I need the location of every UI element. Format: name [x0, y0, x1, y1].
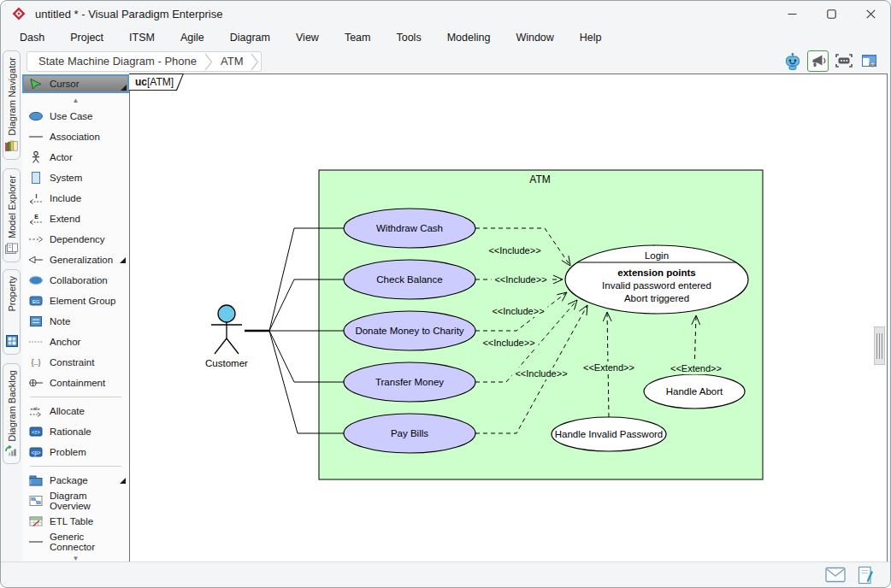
menu-help[interactable]: Help	[576, 30, 605, 45]
dependency-icon	[28, 232, 44, 246]
diagram-text: Handle Invalid Password	[555, 429, 664, 439]
palette-item-allocate[interactable]: «al»Allocate	[22, 401, 129, 421]
palette-item-generalization[interactable]: Generalization	[22, 250, 129, 270]
palette-item-system[interactable]: System	[22, 168, 129, 188]
announcement-icon[interactable]	[807, 50, 829, 72]
side-tab-model-explorer[interactable]: Model Explorer	[3, 168, 21, 262]
side-tab-diagram-navigator[interactable]: Diagram Navigator	[3, 50, 21, 160]
anchor-icon	[28, 335, 44, 349]
palette-item-extend[interactable]: EExtend	[22, 209, 129, 229]
submenu-corner-icon[interactable]	[120, 478, 126, 484]
palette-scroll-down-icon[interactable]: ▼	[22, 552, 129, 562]
panel-layout-icon[interactable]	[859, 50, 880, 72]
menu-view[interactable]: View	[292, 30, 322, 45]
palette-item-label: Include	[50, 193, 81, 203]
palette-separator	[30, 397, 121, 397]
palette-item-label: System	[50, 173, 82, 183]
palette-item-package[interactable]: Package	[22, 470, 129, 491]
palette-item-include[interactable]: IInclude	[22, 188, 129, 209]
svg-text:{..}: {..}	[31, 358, 40, 367]
breadcrumb-item[interactable]: ATM	[221, 55, 243, 68]
palette-item-label: Use Case	[50, 111, 93, 121]
marquee-selection-icon[interactable]	[833, 50, 854, 72]
toolbar-icons	[782, 50, 890, 72]
containment-icon	[28, 376, 44, 390]
assistant-robot-icon[interactable]	[782, 50, 803, 72]
problem-icon: <p>	[28, 445, 44, 459]
palette-item-label: Containment	[50, 378, 105, 388]
palette-item-problem[interactable]: <p>Problem	[22, 442, 129, 462]
palette-scroll-up-icon[interactable]: ▲	[22, 94, 129, 106]
include-label[interactable]: <<Include>>	[515, 368, 567, 379]
diagram-text: Withdraw Cash	[376, 223, 443, 233]
menu-modeling[interactable]: Modeling	[444, 30, 494, 45]
extend-label[interactable]: <<Extend>>	[670, 363, 722, 373]
menu-project[interactable]: Project	[67, 30, 107, 45]
palette-item-association[interactable]: Association	[22, 126, 129, 147]
palette-item-note[interactable]: Note	[22, 311, 129, 332]
palette-item-label: Collaboration	[50, 275, 108, 285]
diagram-text: Abort triggered	[624, 293, 689, 303]
diagram-text: Check Balance	[376, 274, 442, 285]
breadcrumb-item[interactable]: State Machine Diagram - Phone	[38, 55, 197, 68]
palette-item-etl-table[interactable]: ETL Table	[22, 511, 129, 532]
svg-text:«al»: «al»	[30, 406, 40, 411]
palette-item-actor[interactable]: Actor	[22, 147, 129, 168]
palette-item-dependency[interactable]: Dependency	[22, 229, 129, 250]
diagram-text: ATM	[529, 173, 550, 185]
generalization-icon	[28, 253, 44, 267]
include-icon: I	[28, 191, 44, 205]
actor-icon	[28, 150, 44, 164]
diagram-canvas[interactable]: uc [ATM] ATMCustomerWithdraw CashCheck B…	[129, 74, 888, 563]
side-tab-property[interactable]: Property	[3, 269, 21, 355]
menu-itsm[interactable]: ITSM	[126, 30, 158, 45]
include-label[interactable]: <<Include>>	[482, 338, 534, 348]
palette-item-anchor[interactable]: Anchor	[22, 332, 129, 352]
svg-text:EG: EG	[32, 299, 40, 304]
palette-item-collaboration[interactable]: Collaboration	[22, 270, 129, 291]
palette-item-label: Generalization	[50, 255, 113, 265]
edit-notes-icon[interactable]	[856, 566, 875, 585]
breadcrumb-chevron-icon	[251, 53, 259, 71]
mail-icon[interactable]	[825, 567, 846, 583]
palette-item-constraint[interactable]: {..}Constraint	[22, 352, 129, 373]
collaboration-icon	[28, 273, 44, 287]
palette-item-containment[interactable]: Containment	[22, 373, 129, 393]
diagram-text: extension points	[617, 268, 695, 278]
palette-item-rationale[interactable]: <r>Rationale	[22, 421, 129, 442]
actor-customer[interactable]	[211, 305, 242, 354]
diagram-text: Invalid password entered	[602, 280, 711, 291]
extend-label[interactable]: <<Extend>>	[583, 362, 634, 373]
palette-item-label: Extend	[50, 214, 80, 224]
minimize-button[interactable]	[772, 1, 811, 26]
visual-paradigm-logo-icon	[12, 7, 26, 21]
include-label[interactable]: <<Include>>	[494, 274, 546, 285]
palette-item-generic-connector[interactable]: Generic Connector	[22, 532, 129, 552]
menu-dash[interactable]: Dash	[16, 30, 48, 45]
palette-separator	[30, 466, 121, 467]
maximize-button[interactable]	[811, 1, 851, 26]
svg-text:<r>: <r>	[32, 429, 40, 435]
submenu-corner-icon[interactable]	[120, 257, 126, 263]
side-tab-diagram-backlog[interactable]: Diagram Backlog	[3, 363, 21, 464]
close-button[interactable]	[851, 1, 890, 26]
menu-team[interactable]: Team	[341, 30, 375, 45]
menu-agile[interactable]: Agile	[177, 30, 208, 45]
association-icon	[28, 130, 44, 144]
app-window: untitled * - Visual Paradigm Enterprise …	[0, 0, 891, 588]
palette-item-label: ETL Table	[50, 516, 93, 526]
use-case-diagram: ATMCustomerWithdraw CashCheck BalanceDon…	[130, 74, 887, 562]
palette-item-use-case[interactable]: Use Case	[22, 106, 129, 126]
menu-diagram[interactable]: Diagram	[227, 30, 274, 45]
rationale-icon: <r>	[28, 425, 44, 438]
generic-connector-icon	[28, 535, 44, 549]
menu-tools[interactable]: Tools	[392, 30, 424, 45]
include-label[interactable]: <<Include>>	[488, 245, 540, 256]
palette-item-cursor[interactable]: Cursor	[22, 74, 129, 93]
breadcrumb: State Machine Diagram - PhoneATM	[27, 51, 262, 72]
menu-window[interactable]: Window	[512, 30, 557, 45]
palette-item-diagram-overview[interactable]: Diagram Overview	[22, 491, 129, 511]
include-label[interactable]: <<Include>>	[492, 306, 544, 316]
diagram-text: Login	[645, 250, 669, 261]
palette-item-element-group[interactable]: EGElement Group	[22, 291, 129, 311]
